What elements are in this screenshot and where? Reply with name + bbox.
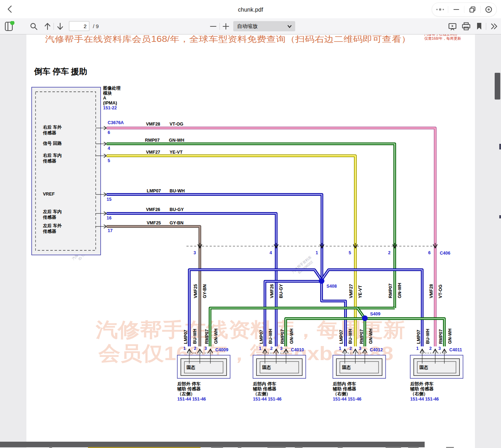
svg-text:RMP07: RMP07: [145, 138, 160, 143]
svg-text:2: 2: [194, 346, 196, 351]
promo-banner: 汽修帮手在线资料库会员168/年，全球车型资料免费查询（扫码右边二维码即可查看）: [45, 34, 411, 44]
svg-text:3: 3: [194, 250, 196, 255]
search-icon[interactable]: [29, 18, 39, 34]
svg-text:GN-WH: GN-WH: [289, 328, 294, 344]
next-page-button[interactable]: [55, 18, 65, 34]
window-header: chunk.pdf: [0, 0, 501, 19]
svg-text:固态: 固态: [262, 365, 271, 370]
svg-text:15: 15: [107, 197, 112, 202]
svg-text:BU-WH: BU-WH: [170, 188, 185, 193]
divider: [220, 23, 220, 30]
svg-text:GN-WH: GN-WH: [214, 328, 218, 344]
svg-text:（右侧）: （右侧）: [333, 391, 350, 396]
svg-text:RMP07: RMP07: [280, 329, 285, 344]
svg-text:2: 2: [388, 250, 391, 255]
svg-text:VMF28: VMF28: [146, 122, 160, 127]
svg-text:右后 车外: 右后 车外: [43, 125, 62, 130]
svg-text:（左侧）: （左侧）: [253, 391, 271, 396]
svg-text:VMF27: VMF27: [146, 150, 160, 155]
svg-text:1: 1: [183, 346, 186, 351]
page-title: 倒车 停车 援助: [34, 67, 87, 76]
svg-text:辅助 传感器: 辅助 传感器: [177, 386, 201, 391]
svg-text:GY-BN: GY-BN: [170, 220, 184, 225]
restore-window-icon[interactable]: [464, 3, 480, 16]
svg-text:RMP07: RMP07: [204, 329, 209, 344]
svg-text:A: A: [103, 96, 106, 101]
svg-text:辅助 传感器: 辅助 传感器: [253, 386, 276, 391]
svg-text:RMP07: RMP07: [438, 329, 443, 344]
svg-text:S408: S408: [326, 284, 337, 289]
module-connector: C3676A: [108, 120, 124, 125]
pdf-page: 汽修帮手在线资料库，每周更新 会员仅168/年，微信qxbs1688 汽修帮手资…: [0, 34, 501, 448]
minimize-icon[interactable]: [448, 3, 464, 16]
zoom-out-button[interactable]: [208, 18, 218, 34]
svg-text:4: 4: [269, 250, 272, 255]
bottom-bar: [0, 442, 425, 447]
svg-text:151-44 151-46: 151-44 151-46: [410, 397, 439, 402]
svg-text:传感器: 传感器: [43, 159, 56, 164]
svg-text:信号 回路: 信号 回路: [43, 141, 62, 146]
previous-page-button[interactable]: [43, 18, 52, 34]
svg-text:固态: 固态: [419, 365, 429, 370]
bookmark-icon[interactable]: [475, 18, 484, 34]
svg-text:2: 2: [349, 346, 352, 351]
svg-text:后部内 停车: 后部内 停车: [332, 382, 356, 386]
svg-text:VMF27: VMF27: [349, 284, 354, 298]
svg-text:BU-GY: BU-GY: [170, 207, 184, 212]
connector-label: C4012: [370, 347, 383, 352]
svg-text:17: 17: [108, 228, 113, 233]
svg-text:VMF25: VMF25: [147, 220, 161, 225]
svg-text:后部外 停车: 后部外 停车: [410, 382, 433, 386]
svg-text:VMF25: VMF25: [193, 284, 198, 298]
svg-text:4: 4: [108, 146, 110, 151]
svg-text:3: 3: [359, 346, 361, 351]
svg-text:LMP07: LMP07: [416, 330, 421, 344]
page-number-input[interactable]: [69, 21, 89, 31]
svg-text:VREF: VREF: [43, 192, 55, 197]
close-circle-icon[interactable]: [481, 3, 496, 16]
svg-text:辅助 传感器: 辅助 传感器: [410, 386, 433, 391]
svg-text:BU-WH: BU-WH: [192, 329, 197, 344]
svg-text:1: 1: [339, 346, 341, 351]
svg-text:固态: 固态: [342, 365, 351, 370]
divider: [53, 23, 54, 30]
svg-text:3: 3: [204, 346, 207, 351]
svg-text:LMP07: LMP07: [259, 330, 264, 344]
promo-side-note: 汽修帮手在线资料库 仅需168/年，每周更新: [424, 34, 461, 40]
svg-text:3: 3: [280, 346, 283, 351]
svg-text:后部外 停车: 后部外 停车: [177, 382, 201, 386]
scrollbar-thumb[interactable]: [495, 73, 500, 100]
svg-text:(IPMA): (IPMA): [103, 101, 117, 105]
svg-text:汽修帮手在线资料库，每周更新: 汽修帮手在线资料库，每周更新: [95, 319, 405, 341]
scrollbar-marker: [499, 144, 501, 149]
svg-text:VT-OG: VT-OG: [170, 122, 183, 127]
svg-text:GN-WH: GN-WH: [448, 328, 452, 344]
svg-text:GN-WH: GN-WH: [169, 138, 184, 143]
svg-text:LMP07: LMP07: [147, 188, 161, 193]
zoom-select[interactable]: 自动缩放: [233, 21, 295, 31]
connector-label: C4010: [291, 347, 304, 352]
presentation-mode-icon[interactable]: [448, 18, 457, 34]
scrollbar-marker: [499, 215, 501, 218]
zoom-in-button[interactable]: [221, 18, 231, 34]
svg-text:S409: S409: [370, 312, 380, 316]
connector-label: C4009: [215, 347, 228, 352]
svg-text:VMF28: VMF28: [429, 284, 434, 298]
pdf-toolbar: / 9 自动缩放: [0, 18, 501, 34]
svg-text:固态: 固态: [186, 365, 196, 370]
svg-text:YE-VT: YE-VT: [170, 150, 183, 155]
svg-text:RMP07: RMP07: [359, 329, 364, 344]
svg-text:GY-BN: GY-BN: [202, 284, 207, 298]
svg-text:5: 5: [108, 158, 110, 163]
svg-text:左后 车内: 左后 车内: [43, 209, 62, 214]
svg-text:6: 6: [108, 130, 110, 135]
more-tools-icon[interactable]: [489, 18, 500, 34]
print-icon[interactable]: [461, 18, 471, 34]
sidebar-toggle-button[interactable]: [4, 18, 15, 34]
svg-text:BU-WH: BU-WH: [425, 329, 430, 344]
svg-text:YE-VT: YE-VT: [358, 285, 363, 298]
svg-text:传感器: 传感器: [43, 130, 56, 135]
window-controls: [432, 2, 497, 17]
more-options-icon[interactable]: [432, 3, 448, 16]
svg-text:VMF26: VMF26: [146, 207, 160, 212]
